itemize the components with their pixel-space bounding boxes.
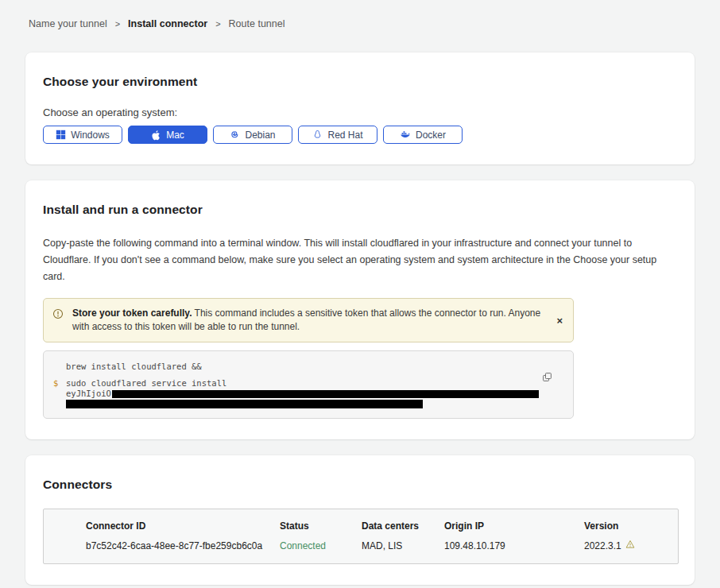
apple-icon bbox=[151, 130, 161, 141]
os-select-label: Choose an operating system: bbox=[43, 106, 672, 118]
token-prefix: eyJhIjoiO bbox=[66, 389, 111, 399]
os-button-debian[interactable]: Debian bbox=[213, 126, 292, 144]
redacted-token-bar bbox=[66, 400, 423, 408]
install-connector-card: Install and run a connector Copy-paste t… bbox=[25, 180, 695, 439]
header-data-centers: Data centers bbox=[362, 520, 444, 532]
breadcrumb-step-route-tunnel[interactable]: Route tunnel bbox=[229, 18, 285, 29]
token-warning-banner: Store your token carefully. This command… bbox=[43, 298, 574, 342]
code-line-service-install: sudo cloudflared service install bbox=[66, 378, 541, 389]
os-button-docker[interactable]: Docker bbox=[383, 126, 463, 144]
docker-icon bbox=[400, 130, 411, 140]
redhat-icon bbox=[312, 130, 323, 140]
data-centers-cell: MAD, LIS bbox=[362, 540, 444, 551]
os-button-redhat[interactable]: Red Hat bbox=[298, 126, 377, 144]
breadcrumb-separator: > bbox=[215, 19, 220, 29]
choose-environment-card: Choose your environment Choose an operat… bbox=[25, 52, 695, 164]
status-badge: Connected bbox=[280, 540, 362, 551]
header-connector-id: Connector ID bbox=[86, 520, 280, 532]
redacted-token-bar bbox=[112, 390, 539, 398]
connectors-card: Connectors Connector ID Status Data cent… bbox=[25, 455, 695, 585]
install-card-title: Install and run a connector bbox=[43, 203, 672, 217]
os-button-group: Windows Mac Debian Red Hat bbox=[43, 126, 672, 144]
os-button-label: Mac bbox=[166, 130, 184, 141]
connectors-card-title: Connectors bbox=[43, 478, 672, 492]
breadcrumb-step-install-connector[interactable]: Install connector bbox=[128, 18, 207, 29]
breadcrumb-step-name-your-tunnel[interactable]: Name your tunnel bbox=[29, 18, 107, 29]
os-button-label: Red Hat bbox=[327, 130, 362, 141]
connector-id-cell: b7c52c42-6caa-48ee-8c77-fbe259cb6c0a bbox=[86, 540, 280, 551]
connectors-table-header: Connector ID Status Data centers Origin … bbox=[86, 520, 665, 532]
os-button-windows[interactable]: Windows bbox=[43, 126, 122, 144]
version-cell: 2022.3.1 bbox=[584, 540, 621, 551]
code-line-brew: brew install cloudflared && bbox=[53, 362, 541, 372]
os-button-label: Debian bbox=[245, 130, 275, 141]
origin-ip-cell: 109.48.10.179 bbox=[444, 540, 584, 551]
os-button-label: Windows bbox=[71, 130, 110, 141]
table-row: b7c52c42-6caa-48ee-8c77-fbe259cb6c0a Con… bbox=[86, 540, 665, 551]
breadcrumb: Name your tunnel > Install connector > R… bbox=[0, 0, 720, 29]
windows-icon bbox=[56, 130, 66, 140]
header-status: Status bbox=[280, 520, 362, 532]
os-button-label: Docker bbox=[416, 130, 446, 141]
close-icon[interactable]: × bbox=[556, 315, 563, 326]
copy-icon[interactable] bbox=[540, 370, 554, 386]
breadcrumb-separator: > bbox=[115, 19, 120, 29]
debian-icon bbox=[230, 130, 240, 140]
install-command-code-block: brew install cloudflared && $ sudo cloud… bbox=[43, 350, 574, 419]
shell-prompt: $ bbox=[53, 378, 66, 408]
install-description: Copy-paste the following command into a … bbox=[43, 235, 672, 285]
os-button-mac[interactable]: Mac bbox=[128, 126, 207, 144]
header-version: Version bbox=[584, 520, 665, 532]
environment-card-title: Choose your environment bbox=[43, 75, 672, 89]
warning-circle-icon bbox=[52, 308, 64, 323]
warning-title: Store your token carefully. bbox=[72, 308, 192, 319]
version-warning-icon bbox=[625, 540, 635, 551]
connectors-table: Connector ID Status Data centers Origin … bbox=[43, 509, 679, 564]
header-origin-ip: Origin IP bbox=[444, 520, 584, 532]
